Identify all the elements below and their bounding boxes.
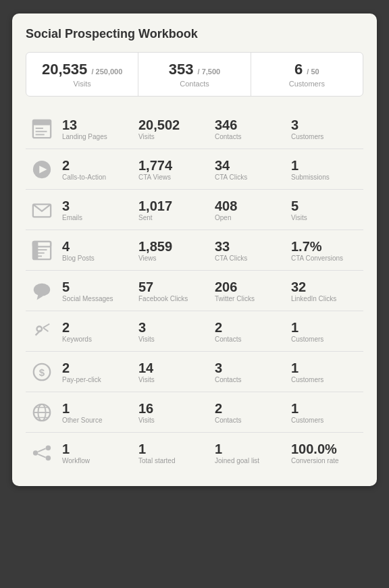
cell-value: 1 bbox=[291, 319, 359, 336]
svg-text:$: $ bbox=[39, 366, 45, 377]
row-cells: 13 Landing Pages 20,502 Visits 346 Conta… bbox=[58, 115, 363, 142]
list-item: 1 Total started bbox=[134, 439, 211, 466]
cell-label: Twitter Clicks bbox=[215, 295, 283, 302]
row-cells: 1 Other Source 16 Visits 2 Contacts 1 Cu… bbox=[58, 399, 363, 425]
cell-value: 13 bbox=[62, 117, 130, 133]
svg-point-28 bbox=[46, 445, 51, 450]
cell-label: Landing Pages bbox=[62, 133, 130, 140]
list-item: 5 Social Messages bbox=[58, 277, 134, 304]
cell-value: 14 bbox=[138, 360, 207, 376]
list-item: 1,017 Sent bbox=[134, 196, 211, 223]
workflow-icon bbox=[26, 443, 58, 463]
list-item: 33 CTA Clicks bbox=[211, 237, 287, 263]
cell-label: Customers bbox=[291, 376, 359, 383]
cell-value: 1.7% bbox=[291, 238, 359, 255]
summary-item-1: 353 / 7,500 Contacts bbox=[138, 53, 251, 96]
list-item: 2 Contacts bbox=[211, 399, 287, 425]
table-row: 3 Emails 1,017 Sent 408 Open 5 Visits bbox=[26, 190, 363, 230]
summary-label: Customers bbox=[257, 80, 357, 88]
cell-value: 1,774 bbox=[138, 157, 207, 173]
row-cells: 5 Social Messages 57 Facebook Clicks 206… bbox=[58, 277, 363, 304]
workbook-card: Social Prospecting Workbook 20,535 / 250… bbox=[12, 14, 377, 486]
summary-sub: / 50 bbox=[307, 68, 319, 76]
list-item: 3 Contacts bbox=[211, 358, 287, 385]
cell-label: Visits bbox=[138, 336, 207, 343]
cell-value: 1 bbox=[62, 441, 130, 457]
list-item: 2 Contacts bbox=[211, 318, 287, 344]
keywords-icon bbox=[26, 321, 58, 342]
list-item: 100.0% Conversion rate bbox=[287, 439, 363, 466]
cell-value: 32 bbox=[291, 279, 359, 295]
summary-label: Contacts bbox=[144, 80, 244, 88]
landing-pages-icon bbox=[26, 119, 58, 139]
row-cells: 3 Emails 1,017 Sent 408 Open 5 Visits bbox=[58, 196, 363, 223]
list-item: 206 Twitter Clicks bbox=[211, 277, 287, 304]
cell-value: 2 bbox=[62, 360, 130, 376]
row-cells: 4 Blog Posts 1,859 Views 33 CTA Clicks 1… bbox=[58, 237, 363, 263]
list-item: 1 Customers bbox=[287, 358, 363, 385]
other-source-icon bbox=[26, 402, 58, 423]
table-row: 13 Landing Pages 20,502 Visits 346 Conta… bbox=[26, 109, 363, 149]
table-row: 2 Keywords 3 Visits 2 Contacts 1 Custome… bbox=[26, 311, 363, 352]
page-title: Social Prospecting Workbook bbox=[26, 27, 363, 41]
summary-sub: / 7,500 bbox=[198, 68, 221, 76]
list-item: 2 Keywords bbox=[58, 318, 134, 344]
cell-value: 408 bbox=[215, 198, 283, 214]
summary-bar: 20,535 / 250,000 Visits 353 / 7,500 Cont… bbox=[26, 52, 363, 97]
svg-point-29 bbox=[46, 455, 51, 460]
cell-label: Keywords bbox=[62, 336, 130, 343]
list-item: 20,502 Visits bbox=[134, 115, 211, 142]
cell-value: 5 bbox=[62, 279, 130, 295]
cell-value: 206 bbox=[215, 279, 283, 295]
cell-value: 346 bbox=[215, 117, 283, 133]
list-item: 1.7% CTA Conversions bbox=[287, 237, 363, 263]
list-item: 1,859 Views bbox=[134, 237, 211, 263]
cell-value: 1 bbox=[215, 441, 283, 457]
table-row: 1 Workflow 1 Total started 1 Joined goal… bbox=[26, 433, 363, 473]
cell-value: 1,859 bbox=[138, 238, 207, 255]
list-item: 1 Customers bbox=[287, 399, 363, 425]
svg-rect-4 bbox=[36, 134, 45, 135]
cell-label: Facebook Clicks bbox=[138, 295, 207, 302]
list-item: 5 Visits bbox=[287, 196, 363, 223]
cell-label: CTA Views bbox=[138, 173, 207, 181]
list-item: 1 Other Source bbox=[58, 399, 134, 425]
table-row: $ 2 Pay-per-click 14 Visits 3 Contacts 1… bbox=[26, 352, 363, 392]
cell-label: Customers bbox=[291, 133, 359, 140]
summary-label: Visits bbox=[32, 80, 132, 88]
list-item: 1 Submissions bbox=[287, 156, 363, 182]
svg-rect-3 bbox=[36, 130, 47, 132]
svg-rect-13 bbox=[33, 241, 38, 259]
cell-value: 34 bbox=[215, 157, 283, 173]
cell-label: Contacts bbox=[215, 336, 283, 343]
cell-value: 2 bbox=[62, 157, 130, 173]
cell-value: 1 bbox=[291, 360, 359, 376]
table-row: 5 Social Messages 57 Facebook Clicks 206… bbox=[26, 271, 363, 311]
cell-value: 3 bbox=[291, 117, 359, 133]
list-item: 408 Open bbox=[211, 196, 287, 223]
cell-value: 1 bbox=[291, 400, 359, 417]
list-item: 346 Contacts bbox=[211, 115, 287, 142]
cell-label: CTA Clicks bbox=[215, 255, 283, 262]
cell-label: Conversion rate bbox=[291, 457, 359, 464]
cell-label: CTA Conversions bbox=[291, 255, 359, 262]
list-item: 1 Customers bbox=[287, 318, 363, 344]
cell-label: Visits bbox=[138, 376, 207, 383]
list-item: 3 Emails bbox=[58, 196, 134, 223]
svg-line-30 bbox=[38, 448, 45, 452]
cell-label: Contacts bbox=[215, 133, 283, 140]
table-row: 4 Blog Posts 1,859 Views 33 CTA Clicks 1… bbox=[26, 230, 363, 271]
cell-value: 1 bbox=[62, 400, 130, 417]
row-cells: 2 Pay-per-click 14 Visits 3 Contacts 1 C… bbox=[58, 358, 363, 385]
svg-rect-2 bbox=[36, 128, 43, 129]
cell-label: Customers bbox=[291, 336, 359, 343]
svg-line-19 bbox=[43, 327, 49, 331]
table-row: 2 Calls-to-Action 1,774 CTA Views 34 CTA… bbox=[26, 149, 363, 190]
list-item: 1 Workflow bbox=[58, 439, 134, 466]
cell-value: 3 bbox=[62, 198, 130, 214]
cell-value: 16 bbox=[138, 400, 207, 417]
cell-label: LinkedIn Clicks bbox=[291, 295, 359, 302]
list-item: 2 Calls-to-Action bbox=[58, 156, 134, 182]
cell-value: 1 bbox=[138, 441, 207, 457]
svg-rect-1 bbox=[33, 119, 51, 125]
